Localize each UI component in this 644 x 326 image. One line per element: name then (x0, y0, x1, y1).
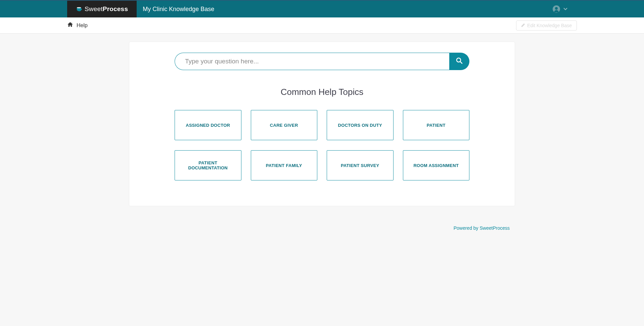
pencil-icon (521, 23, 525, 28)
topic-label: DOCTORS ON DUTY (338, 123, 382, 128)
topic-card-assigned-doctor[interactable]: ASSIGNED DOCTOR (175, 110, 241, 140)
brand-text: SweetProcess (85, 5, 128, 13)
breadcrumb[interactable]: Help (67, 22, 88, 29)
topic-card-patient[interactable]: PATIENT (403, 110, 470, 140)
topic-label: PATIENT FAMILY (266, 163, 302, 168)
topic-label: PATIENT DOCUMENTATION (178, 160, 238, 170)
edit-button-label: Edit Knowledge Base (527, 23, 572, 28)
topic-label: PATIENT SURVEY (341, 163, 379, 168)
main-header: SweetProcess My Clinic Knowledge Base (0, 1, 644, 17)
topic-card-patient-survey[interactable]: PATIENT SURVEY (327, 150, 394, 180)
topics-grid: ASSIGNED DOCTOR CARE GIVER DOCTORS ON DU… (175, 110, 469, 180)
topic-card-patient-family[interactable]: PATIENT FAMILY (251, 150, 318, 180)
svg-line-2 (460, 62, 462, 63)
topics-heading: Common Help Topics (175, 87, 469, 97)
svg-point-0 (77, 7, 81, 8)
topic-card-room-assignment[interactable]: ROOM ASSIGNMENT (403, 150, 470, 180)
home-icon (67, 22, 73, 29)
topic-card-doctors-on-duty[interactable]: DOCTORS ON DUTY (327, 110, 394, 140)
user-avatar-icon (553, 5, 560, 13)
search-icon (456, 57, 463, 66)
chevron-down-icon (563, 7, 567, 11)
topic-label: PATIENT (427, 123, 446, 128)
breadcrumb-label: Help (77, 22, 88, 29)
topic-card-patient-documentation[interactable]: PATIENT DOCUMENTATION (175, 150, 241, 180)
powered-by-link[interactable]: Powered by SweetProcess (454, 225, 510, 231)
edit-kb-button[interactable]: Edit Knowledge Base (516, 20, 577, 31)
topic-label: ASSIGNED DOCTOR (186, 123, 230, 128)
search-container (175, 53, 469, 70)
user-menu[interactable] (553, 5, 644, 13)
subheader: Help Edit Knowledge Base (0, 17, 644, 34)
main-panel: Common Help Topics ASSIGNED DOCTOR CARE … (129, 42, 515, 206)
kb-title[interactable]: My Clinic Knowledge Base (137, 6, 214, 13)
brand-logo[interactable]: SweetProcess (67, 1, 137, 17)
topic-label: CARE GIVER (270, 123, 298, 128)
topic-label: ROOM ASSIGNMENT (413, 163, 459, 168)
footer: Powered by SweetProcess (129, 225, 515, 231)
topic-card-care-giver[interactable]: CARE GIVER (251, 110, 318, 140)
coffee-cup-icon (76, 6, 83, 12)
search-input[interactable] (175, 53, 449, 70)
search-button[interactable] (449, 53, 469, 70)
